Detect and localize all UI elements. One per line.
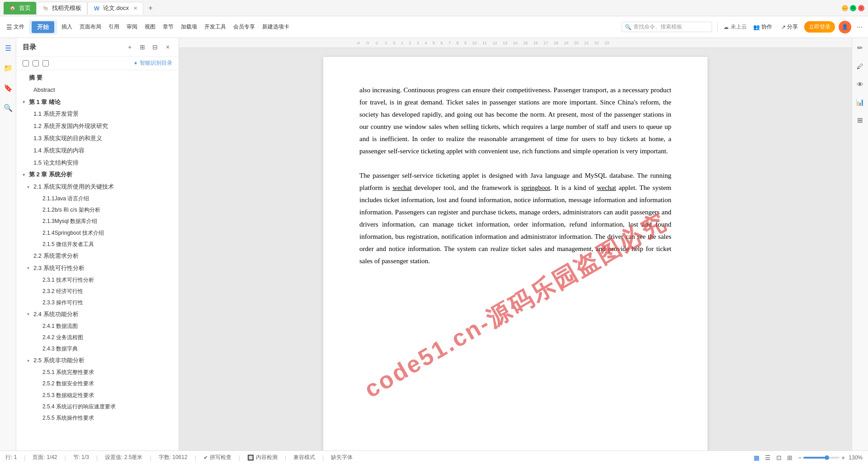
- restore-button[interactable]: ⧉: [850, 5, 856, 11]
- toc-item-21[interactable]: 2.4.1 数据流图: [16, 321, 179, 332]
- toc-item-12[interactable]: 2.1.3Mysql 数据库介绍: [16, 216, 179, 227]
- toc-item-25[interactable]: 2.5.1 系统完整性要求: [16, 367, 179, 378]
- toc-label-25: 2.5.1 系统完整性要求: [42, 368, 172, 377]
- toc-item-27[interactable]: 2.5.3 数据稳定性要求: [16, 390, 179, 401]
- toc-item-9[interactable]: ▾2.1 系统实现所使用的关键技术: [16, 181, 179, 193]
- tab-template[interactable]: 🐚 找稻壳模板: [36, 2, 87, 14]
- menu-addons[interactable]: 加载项: [178, 22, 200, 32]
- toc-label-4: 1.2 系统开发国内外现状研究: [33, 122, 172, 131]
- toc-item-20[interactable]: ▾2.4 系统功能分析: [16, 308, 179, 321]
- toc-item-22[interactable]: 2.4.2 业务流程图: [16, 332, 179, 343]
- left-icon-menu[interactable]: ☰: [2, 42, 14, 54]
- menu-review[interactable]: 审阅: [124, 22, 140, 32]
- toc-item-17[interactable]: 2.3.1 技术可行性分析: [16, 275, 179, 286]
- menu-view[interactable]: 视图: [142, 22, 158, 32]
- toc-item-0[interactable]: 摘 要: [16, 72, 179, 84]
- toc-item-4[interactable]: 1.2 系统开发国内外现状研究: [16, 120, 179, 133]
- toc-item-8[interactable]: ▾第 2 章 系统分析: [16, 169, 179, 181]
- minimize-button[interactable]: —: [842, 5, 848, 11]
- toc-tree: 摘 要Abstract▾第 1 章 绪论1.1 系统开发背景1.2 系统开发国内…: [16, 70, 179, 450]
- toc-item-14[interactable]: 2.1.5 微信开发者工具: [16, 239, 179, 250]
- tab-home[interactable]: 🏠 首页: [4, 2, 36, 14]
- ai-recognize-btn[interactable]: ✦ 智能识别目录: [133, 59, 172, 67]
- sidebar-toc: 目录 + ⊞ ⊟ × ✦ 智能识别目录 摘 要Abstract▾第 1 章 绪论…: [16, 38, 179, 450]
- status-spell[interactable]: ✔ 拼写检查: [203, 454, 231, 461]
- right-icon-edit[interactable]: ✏: [854, 42, 867, 54]
- zoom-in-btn[interactable]: +: [841, 454, 845, 461]
- collab-button[interactable]: 👥 协作: [750, 22, 775, 32]
- share-button[interactable]: ↗ 分享: [778, 22, 801, 32]
- tab-doc[interactable]: W 论文.docx ✕: [87, 2, 143, 14]
- tab-home-label: 首页: [19, 4, 31, 12]
- view-icon-read[interactable]: ⊞: [787, 454, 793, 461]
- menu-devtools[interactable]: 开发工具: [202, 22, 229, 32]
- sidebar-expand-btn[interactable]: ⊞: [138, 43, 147, 52]
- tab-doc-close[interactable]: ✕: [133, 5, 137, 11]
- menu-insert[interactable]: 插入: [59, 22, 75, 32]
- menu-newtab[interactable]: 新建选项卡: [259, 22, 292, 32]
- toc-item-19[interactable]: 2.3.3 操作可行性: [16, 297, 179, 308]
- search-box[interactable]: 🔍 查找命令、搜索模板: [622, 22, 712, 32]
- toc-item-16[interactable]: ▾2.3 系统可行性分析: [16, 262, 179, 275]
- toc-item-1[interactable]: Abstract: [16, 84, 179, 96]
- more-button[interactable]: ···: [855, 23, 864, 31]
- toc-item-26[interactable]: 2.5.2 数据安全性要求: [16, 378, 179, 389]
- toc-arrow-2: ▾: [23, 99, 29, 106]
- toc-item-29[interactable]: 2.5.5 系统操作性要求: [16, 412, 179, 424]
- toc-item-5[interactable]: 1.3 系统实现的目的和意义: [16, 133, 179, 145]
- toc-item-23[interactable]: 2.4.3 数据字典: [16, 343, 179, 355]
- toc-item-28[interactable]: 2.5.4 系统运行的响应速度要求: [16, 401, 179, 412]
- menu-member[interactable]: 会员专享: [231, 22, 258, 32]
- menu-file[interactable]: ☰ 文件: [4, 22, 27, 32]
- toc-item-3[interactable]: 1.1 系统开发背景: [16, 108, 179, 120]
- zoom-slider[interactable]: [803, 457, 840, 459]
- document-text[interactable]: also increasing. Continuous progress can…: [359, 84, 671, 267]
- start-button[interactable]: 开始: [32, 21, 54, 33]
- status-content-check[interactable]: 🔲 内容检测: [247, 454, 278, 461]
- toc-item-13[interactable]: 2.1.4Springboot 技术介绍: [16, 227, 179, 239]
- menu-chapter[interactable]: 章节: [160, 22, 176, 32]
- sidebar-add-btn[interactable]: +: [125, 43, 134, 52]
- toc-item-15[interactable]: 2.2 系统需求分析: [16, 250, 179, 262]
- view-icon-page[interactable]: ▦: [754, 454, 760, 461]
- user-avatar[interactable]: 👤: [839, 21, 851, 33]
- menu-layout[interactable]: 页面布局: [77, 22, 104, 32]
- toc-label-28: 2.5.4 系统运行的响应速度要求: [42, 402, 172, 411]
- left-icon-bookmark[interactable]: 🔖: [2, 81, 14, 94]
- right-icon-chart[interactable]: 📊: [854, 96, 867, 109]
- right-icon-pen[interactable]: 🖊: [854, 60, 867, 72]
- view-icon-list[interactable]: ☰: [765, 454, 771, 461]
- menu-start[interactable]: 开始: [29, 20, 57, 34]
- new-tab-button[interactable]: +: [145, 3, 156, 14]
- toc-checkbox2[interactable]: [33, 60, 39, 66]
- cloud-save[interactable]: ☁ 未上云: [723, 23, 747, 31]
- toc-checkbox[interactable]: [23, 60, 29, 66]
- tab-template-label: 找稻壳模板: [52, 4, 81, 12]
- zoom-out-btn[interactable]: −: [798, 454, 802, 461]
- toc-checkbox3[interactable]: [42, 60, 49, 66]
- close-button[interactable]: ✕: [858, 5, 864, 11]
- document-page: code51.cn-源码乐园盗图必究 also increasing. Cont…: [323, 57, 708, 450]
- document-scroll-area[interactable]: code51.cn-源码乐园盗图必究 also increasing. Cont…: [179, 48, 852, 450]
- zoom-level: 130%: [849, 455, 863, 461]
- toc-item-6[interactable]: 1.4 系统实现的内容: [16, 145, 179, 157]
- sidebar-collapse-btn[interactable]: ⊟: [151, 43, 160, 52]
- toc-item-18[interactable]: 2.3.2 经济可行性: [16, 286, 179, 297]
- toc-item-11[interactable]: 2.1.2b/s 和 c/s 架构分析: [16, 204, 179, 216]
- upgrade-button[interactable]: 立即登录: [804, 21, 835, 33]
- menu-ref[interactable]: 引用: [106, 22, 122, 32]
- toc-item-2[interactable]: ▾第 1 章 绪论: [16, 96, 179, 109]
- section-label: 节: 1/3: [73, 454, 89, 461]
- left-icon-files[interactable]: 📁: [2, 62, 14, 74]
- right-icon-grid[interactable]: ⊞: [854, 114, 867, 127]
- right-icon-eye[interactable]: 👁: [854, 78, 867, 90]
- zoom-bar[interactable]: − + 130%: [798, 454, 863, 461]
- toc-item-7[interactable]: 1.5 论文结构安排: [16, 157, 179, 169]
- view-icon-web[interactable]: ⊡: [776, 454, 782, 461]
- left-icon-search[interactable]: 🔍: [2, 101, 14, 114]
- toc-item-24[interactable]: ▾2.5 系统非功能分析: [16, 355, 179, 367]
- paragraph-1: also increasing. Continuous progress can…: [359, 84, 671, 157]
- sidebar-close-btn[interactable]: ×: [163, 43, 172, 52]
- toc-item-10[interactable]: 2.1.1Java 语言介绍: [16, 193, 179, 204]
- toc-label-1: Abstract: [33, 85, 172, 95]
